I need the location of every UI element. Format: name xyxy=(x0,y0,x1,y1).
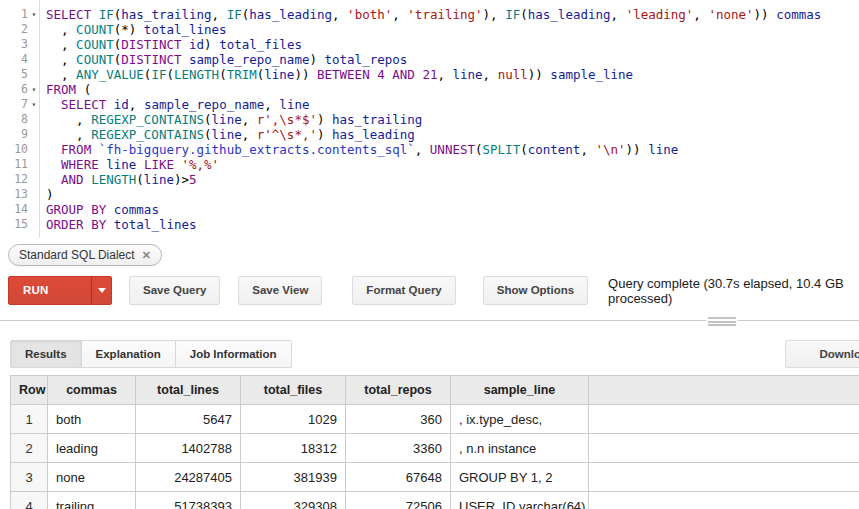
table-body: 1both56471029360, ix.type_desc,2leading1… xyxy=(11,405,859,509)
results-table-container: Rowcommastotal_linestotal_filestotal_rep… xyxy=(10,375,859,509)
sql-code-editor[interactable]: 1▾SELECT IF(has_trailing, IF(has_leading… xyxy=(0,0,859,238)
code-text: ORDER BY total_lines xyxy=(39,217,197,232)
line-number: 5 xyxy=(0,67,29,82)
row-number-cell: 3 xyxy=(11,463,48,492)
code-text: , ANY_VALUE(IF(LENGTH(TRIM(line)) BETWEE… xyxy=(39,67,633,82)
row-number-cell: 2 xyxy=(11,434,48,463)
line-number: 4 xyxy=(0,52,29,67)
code-text: ) xyxy=(39,187,54,202)
fold-arrow-icon[interactable]: ▾ xyxy=(29,7,39,22)
table-cell: 24287405 xyxy=(136,463,241,492)
column-header: sample_line xyxy=(451,376,589,405)
code-text: FROM `fh-bigquery.github_extracts.conten… xyxy=(39,142,678,157)
code-line[interactable]: 12 AND LENGTH(line)>5 xyxy=(0,172,859,187)
line-number: 11 xyxy=(0,157,29,172)
code-line[interactable]: 4 , COUNT(DISTINCT sample_repo_name) tot… xyxy=(0,52,859,67)
chip-close-icon[interactable]: ✕ xyxy=(142,250,151,261)
table-cell: 51738393 xyxy=(136,492,241,509)
header-filler xyxy=(589,376,859,405)
code-line[interactable]: 1▾SELECT IF(has_trailing, IF(has_leading… xyxy=(0,7,859,22)
code-line[interactable]: 13) xyxy=(0,187,859,202)
table-cell: 329308 xyxy=(241,492,346,509)
code-line[interactable]: 2 , COUNT(*) total_lines xyxy=(0,22,859,37)
fold-arrow-icon[interactable]: ▾ xyxy=(29,82,39,97)
table-cell: leading xyxy=(48,434,136,463)
fold-gutter xyxy=(29,142,39,157)
table-header-row: Rowcommastotal_linestotal_filestotal_rep… xyxy=(11,376,859,405)
result-tabs: Results Explanation Job Information xyxy=(10,340,292,368)
table-row: 4trailing5173839332930872506USER_ID varc… xyxy=(11,492,859,509)
fold-gutter xyxy=(29,67,39,82)
table-cell: 72506 xyxy=(346,492,451,509)
code-text: AND LENGTH(line)>5 xyxy=(39,172,197,187)
bigquery-classic-ui: 1▾SELECT IF(has_trailing, IF(has_leading… xyxy=(0,0,859,509)
tab-results[interactable]: Results xyxy=(10,340,82,368)
line-number: 10 xyxy=(0,142,29,157)
fold-gutter xyxy=(29,172,39,187)
save-view-button[interactable]: Save View xyxy=(238,276,322,305)
line-number: 15 xyxy=(0,217,29,232)
line-number: 6 xyxy=(0,82,29,97)
fold-gutter xyxy=(29,217,39,232)
code-line[interactable]: 5 , ANY_VALUE(IF(LENGTH(TRIM(line)) BETW… xyxy=(0,67,859,82)
line-number: 12 xyxy=(0,172,29,187)
table-cell: 381939 xyxy=(241,463,346,492)
save-query-button[interactable]: Save Query xyxy=(129,276,220,305)
row-number-cell: 1 xyxy=(11,405,48,434)
table-cell: 3360 xyxy=(346,434,451,463)
fold-gutter xyxy=(29,37,39,52)
column-header: total_repos xyxy=(346,376,451,405)
code-text: SELECT id, sample_repo_name, line xyxy=(39,97,309,112)
fold-gutter xyxy=(29,52,39,67)
line-number: 1 xyxy=(0,7,29,22)
code-line[interactable]: 7▾ SELECT id, sample_repo_name, line xyxy=(0,97,859,112)
code-text: , REGEXP_CONTAINS(line, r',\s*$') has_tr… xyxy=(39,112,422,127)
show-options-button[interactable]: Show Options xyxy=(483,276,588,305)
tab-job-information[interactable]: Job Information xyxy=(175,340,292,368)
fold-arrow-icon[interactable]: ▾ xyxy=(29,97,39,112)
query-toolbar: RUN QUERY Save Query Save View Format Qu… xyxy=(8,276,859,305)
row-filler xyxy=(589,463,859,492)
code-text: , COUNT(DISTINCT sample_repo_name) total… xyxy=(39,52,407,67)
table-cell: 1402788 xyxy=(136,434,241,463)
code-text: , COUNT(DISTINCT id) total_files xyxy=(39,37,302,52)
code-line[interactable]: 15ORDER BY total_lines xyxy=(0,217,859,232)
line-number: 3 xyxy=(0,37,29,52)
table-cell: USER_ID varchar(64), xyxy=(451,492,589,509)
table-row: 1both56471029360, ix.type_desc, xyxy=(11,405,859,434)
table-cell: 67648 xyxy=(346,463,451,492)
run-query-dropdown[interactable] xyxy=(91,277,111,304)
row-filler xyxy=(589,405,859,434)
row-number-cell: 4 xyxy=(11,492,48,509)
fold-gutter xyxy=(29,202,39,217)
fold-gutter xyxy=(29,187,39,202)
code-line[interactable]: 3 , COUNT(DISTINCT id) total_files xyxy=(0,37,859,52)
format-query-button[interactable]: Format Query xyxy=(352,276,455,305)
dialect-chip-label: Standard SQL Dialect xyxy=(19,245,135,265)
resize-grip[interactable] xyxy=(706,316,738,327)
code-line[interactable]: 9 , REGEXP_CONTAINS(line, r'^\s*,') has_… xyxy=(0,127,859,142)
fold-gutter xyxy=(29,22,39,37)
column-header: Row xyxy=(11,376,48,405)
run-query-button[interactable]: RUN QUERY xyxy=(9,277,91,304)
run-query-split-button[interactable]: RUN QUERY xyxy=(8,276,112,305)
fold-gutter xyxy=(29,157,39,172)
code-line[interactable]: 14GROUP BY commas xyxy=(0,202,859,217)
table-cell: 5647 xyxy=(136,405,241,434)
table-row: 2leading1402788183123360, n.n instance xyxy=(11,434,859,463)
fold-gutter xyxy=(29,127,39,142)
tab-explanation[interactable]: Explanation xyxy=(81,340,176,368)
code-line[interactable]: 10 FROM `fh-bigquery.github_extracts.con… xyxy=(0,142,859,157)
code-line[interactable]: 6▾FROM ( xyxy=(0,82,859,97)
code-line[interactable]: 11 WHERE line LIKE '%,%' xyxy=(0,157,859,172)
download-as-button[interactable]: Download as xyxy=(785,340,859,368)
dialect-chip[interactable]: Standard SQL Dialect ✕ xyxy=(8,244,162,266)
table-cell: GROUP BY 1, 2 xyxy=(451,463,589,492)
code-text: SELECT IF(has_trailing, IF(has_leading, … xyxy=(39,7,821,22)
query-status-text: Query complete (30.7s elapsed, 10.4 GB p… xyxy=(608,276,859,306)
fold-gutter xyxy=(29,112,39,127)
chevron-down-icon xyxy=(98,288,106,293)
code-line[interactable]: 8 , REGEXP_CONTAINS(line, r',\s*$') has_… xyxy=(0,112,859,127)
code-text: , COUNT(*) total_lines xyxy=(39,22,227,37)
code-text: GROUP BY commas xyxy=(39,202,159,217)
